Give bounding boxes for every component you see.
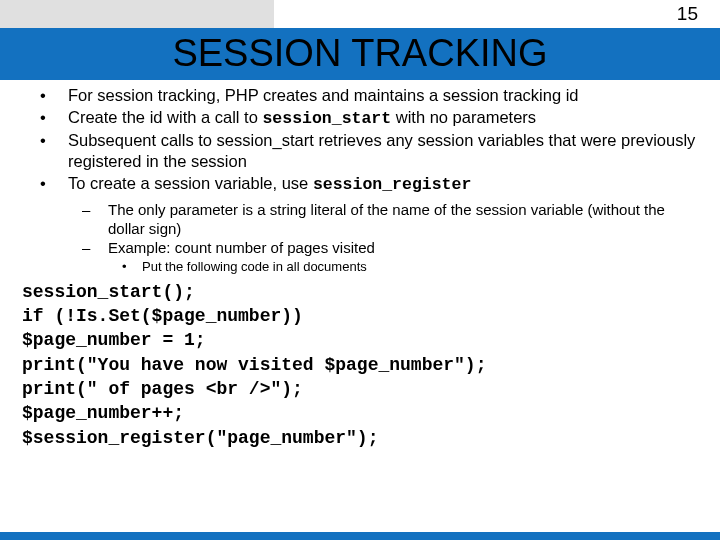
- code-line: print("You have now visited $page_number…: [22, 353, 700, 377]
- sub-bullet-text: Example: count number of pages visited: [108, 238, 375, 257]
- code-line: if (!Is.Set($page_number)): [22, 304, 700, 328]
- sub-list: – The only parameter is a string literal…: [82, 200, 700, 276]
- bullet-item: • For session tracking, PHP creates and …: [40, 85, 700, 106]
- bullet-icon: •: [40, 173, 68, 195]
- bullet-icon: •: [40, 130, 68, 172]
- slide-title: SESSION TRACKING: [0, 32, 720, 75]
- dash-icon: –: [82, 200, 108, 238]
- bullet-text: Subsequent calls to session_start retrie…: [68, 130, 700, 172]
- text-fragment: Create the id with a call to: [68, 108, 262, 126]
- page-number: 15: [274, 0, 720, 28]
- bullet-item: • Subsequent calls to session_start retr…: [40, 130, 700, 172]
- dash-icon: –: [82, 238, 108, 257]
- sub-sub-list: • Put the following code in all document…: [122, 259, 700, 276]
- code-line: $page_number = 1;: [22, 328, 700, 352]
- sub-bullet-text: The only parameter is a string literal o…: [108, 200, 700, 238]
- bullet-icon: •: [40, 85, 68, 106]
- code-line: session_start();: [22, 280, 700, 304]
- bottom-bar: [0, 532, 720, 540]
- text-fragment: with no parameters: [391, 108, 536, 126]
- bullet-text: To create a session variable, use sessio…: [68, 173, 700, 195]
- code-block: session_start(); if (!Is.Set($page_numbe…: [22, 280, 700, 450]
- code-line: print(" of pages <br />");: [22, 377, 700, 401]
- sub-sub-text: Put the following code in all documents: [142, 259, 367, 276]
- top-bar-left: [0, 0, 274, 28]
- top-bar: 15: [0, 0, 720, 28]
- sub-bullet-item: – Example: count number of pages visited: [82, 238, 700, 257]
- code-line: $page_number++;: [22, 401, 700, 425]
- sub-sub-item: • Put the following code in all document…: [122, 259, 700, 276]
- bullet-item: • Create the id with a call to session_s…: [40, 107, 700, 129]
- text-fragment: To create a session variable, use: [68, 174, 313, 192]
- slide-content: • For session tracking, PHP creates and …: [0, 83, 720, 450]
- code-inline: session_register: [313, 175, 471, 194]
- sub-bullet-item: – The only parameter is a string literal…: [82, 200, 700, 238]
- bullet-icon: •: [40, 107, 68, 129]
- code-line: $session_register("page_number");: [22, 426, 700, 450]
- bullet-text: For session tracking, PHP creates and ma…: [68, 85, 700, 106]
- bullet-icon: •: [122, 259, 142, 276]
- code-inline: session_start: [262, 109, 391, 128]
- bullet-text: Create the id with a call to session_sta…: [68, 107, 700, 129]
- bullet-item: • To create a session variable, use sess…: [40, 173, 700, 195]
